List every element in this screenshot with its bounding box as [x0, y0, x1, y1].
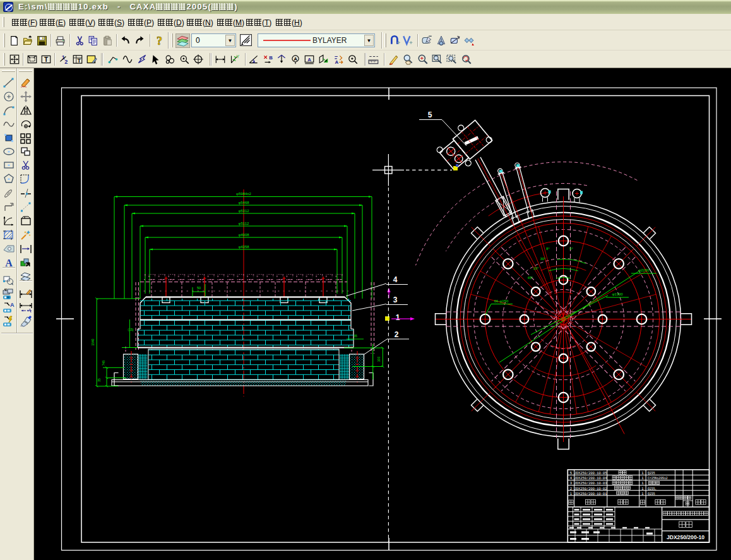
svg-text:Q235: Q235: [648, 472, 655, 475]
svg-text:JDX250/200-10-01: JDX250/200-10-01: [574, 492, 607, 496]
svg-text:66-φ150: 66-φ150: [494, 299, 509, 303]
svg-text:JDX250/200-10-02: JDX250/200-10-02: [574, 487, 607, 491]
svg-text:A: A: [10, 302, 15, 308]
svg-text:5: 5: [428, 110, 432, 119]
svg-text:Cr25Ni20Si2: Cr25Ni20Si2: [648, 477, 668, 480]
svg-text:A: A: [335, 59, 338, 65]
svg-text:A: A: [294, 56, 297, 62]
svg-text:1: 1: [396, 313, 400, 322]
svg-text:φ2260: φ2260: [638, 268, 650, 272]
svg-text:Y: Y: [236, 54, 239, 59]
svg-text:B: B: [269, 55, 273, 61]
svg-text:45°: 45°: [528, 276, 533, 280]
svg-text:10°: 10°: [533, 266, 538, 270]
svg-text:2: 2: [64, 59, 68, 65]
svg-text:8°: 8°: [546, 247, 549, 251]
svg-text:T: T: [78, 57, 81, 64]
svg-text:35: 35: [354, 334, 357, 338]
svg-text:(15): (15): [128, 328, 134, 331]
svg-text:φ5984±2: φ5984±2: [236, 192, 252, 196]
svg-text:50: 50: [197, 286, 201, 290]
svg-text:?: ?: [157, 35, 162, 46]
svg-text:JDX250/200-10-05: JDX250/200-10-05: [574, 472, 607, 475]
svg-text:4: 4: [393, 275, 398, 284]
svg-text:30°: 30°: [540, 257, 545, 261]
svg-text:5°: 5°: [569, 247, 573, 251]
svg-text:φ1300: φ1300: [612, 292, 623, 296]
svg-text:745: 745: [102, 360, 105, 366]
svg-text:35: 35: [97, 378, 101, 382]
svg-text:JDX250/200-10-04: JDX250/200-10-04: [574, 477, 607, 480]
svg-text:JDX250/200-10: JDX250/200-10: [667, 534, 704, 540]
svg-text:φ5468: φ5468: [238, 201, 249, 205]
svg-text:2: 2: [395, 330, 399, 339]
svg-text:1540: 1540: [91, 338, 95, 345]
svg-text:φ4358: φ4358: [238, 245, 249, 249]
svg-text:JDX250/200-10-03: JDX250/200-10-03: [574, 482, 607, 486]
svg-text:T: T: [44, 56, 49, 63]
svg-text:A: A: [307, 57, 311, 63]
svg-text:100: 100: [377, 357, 381, 362]
svg-text:3: 3: [393, 295, 398, 304]
svg-text:Q235,: Q235,: [648, 487, 657, 491]
svg-text:φ5312: φ5312: [238, 209, 249, 213]
svg-text:φ4908: φ4908: [238, 233, 249, 237]
svg-text:φ5112: φ5112: [239, 222, 249, 225]
svg-text:Q235: Q235: [648, 492, 655, 496]
